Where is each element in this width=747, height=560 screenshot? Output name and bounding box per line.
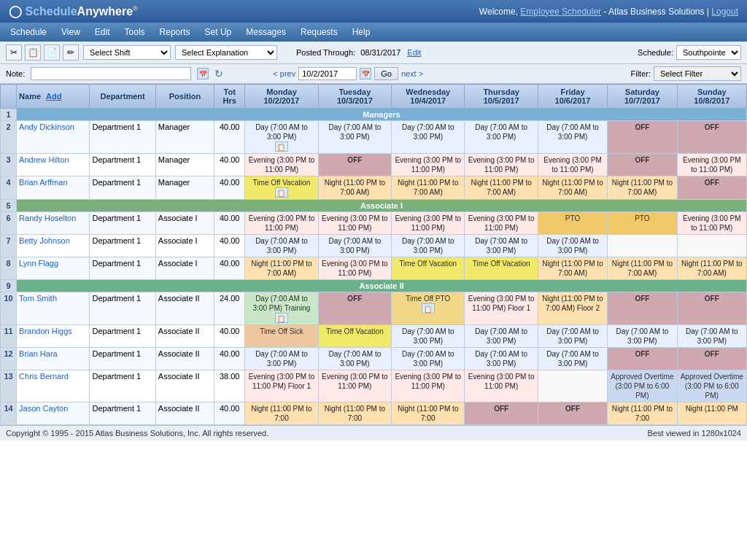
filter-select[interactable]: Select Filter bbox=[654, 66, 741, 81]
sunday-cell[interactable]: OFF bbox=[677, 121, 746, 154]
saturday-cell[interactable]: PTO bbox=[608, 212, 677, 235]
note-input[interactable] bbox=[31, 67, 191, 80]
tuesday-cell[interactable]: OFF bbox=[318, 292, 391, 325]
monday-cell[interactable]: Evening (3:00 PM to 11:00 PM) Floor 1 bbox=[245, 370, 318, 402]
sunday-cell[interactable]: Evening (3:00 PM to 11:00 PM) bbox=[677, 154, 746, 176]
schedule-select[interactable]: Southpointe bbox=[676, 45, 741, 60]
saturday-cell[interactable]: Night (11:00 PM to 7:00 AM) bbox=[608, 176, 677, 200]
thursday-cell[interactable]: Day (7:00 AM to 3:00 PM) bbox=[465, 325, 538, 348]
tuesday-cell[interactable]: Night (11:00 PM to 7:00 AM) bbox=[318, 176, 391, 200]
thursday-cell[interactable]: Day (7:00 AM to 3:00 PM) bbox=[465, 235, 538, 257]
prev-link[interactable]: < prev bbox=[273, 69, 295, 78]
employee-name[interactable]: Jason Cayton bbox=[17, 402, 90, 425]
date-input[interactable] bbox=[298, 67, 357, 80]
saturday-cell[interactable]: Night (11:00 PM to 7:00 bbox=[608, 402, 677, 425]
employee-name[interactable]: Randy Hoselton bbox=[17, 212, 90, 235]
monday-cell[interactable]: Night (11:00 PM to 7:00 bbox=[245, 402, 318, 425]
explanation-select[interactable]: Select Explanation bbox=[175, 45, 277, 60]
add-name-link[interactable]: Add bbox=[46, 92, 61, 101]
employee-name[interactable]: Brandon Higgs bbox=[17, 325, 90, 348]
paste-icon[interactable]: 📄 bbox=[44, 44, 60, 61]
cell-icon[interactable]: 📋 bbox=[247, 141, 315, 152]
wednesday-cell[interactable]: Night (11:00 PM to 7:00 AM) bbox=[392, 176, 465, 200]
wednesday-cell[interactable]: Evening (3:00 PM to 11:00 PM) bbox=[392, 154, 465, 176]
employee-name[interactable]: Betty Johnson bbox=[17, 235, 90, 257]
thursday-cell[interactable]: Night (11:00 PM to 7:00 AM) bbox=[465, 176, 538, 200]
sunday-cell[interactable]: Night (11:00 PM bbox=[677, 402, 746, 425]
logout-link[interactable]: Logout bbox=[711, 7, 738, 17]
tuesday-cell[interactable]: Day (7:00 AM to 3:00 PM) bbox=[318, 235, 391, 257]
tuesday-cell[interactable]: Evening (3:00 PM to 11:00 PM) bbox=[318, 212, 391, 235]
scroll-container[interactable]: Name Add Department Position Tot Hrs Mon… bbox=[0, 84, 747, 425]
nav-edit[interactable]: Edit bbox=[88, 23, 117, 42]
friday-cell[interactable]: Day (7:00 AM to 3:00 PM) bbox=[538, 348, 607, 370]
copy-icon[interactable]: 📋 bbox=[25, 44, 41, 61]
thursday-cell[interactable]: Evening (3:00 PM to 11:00 PM) bbox=[465, 154, 538, 176]
scissors-icon[interactable]: ✂ bbox=[6, 44, 22, 61]
monday-cell[interactable]: Evening (3:00 PM to 11:00 PM) bbox=[245, 154, 318, 176]
wednesday-cell[interactable]: Evening (3:00 PM to 11:00 PM) bbox=[392, 212, 465, 235]
saturday-cell[interactable]: Night (11:00 PM to 7:00 AM) bbox=[608, 257, 677, 280]
cell-icon[interactable]: 📋 bbox=[394, 303, 462, 314]
employee-name[interactable]: Tom Smith bbox=[17, 292, 90, 325]
thursday-cell[interactable]: Day (7:00 AM to 3:00 PM) bbox=[465, 121, 538, 154]
monday-cell[interactable]: Day (7:00 AM to 3:00 PM) bbox=[245, 348, 318, 370]
saturday-cell[interactable]: OFF bbox=[608, 292, 677, 325]
sunday-cell[interactable]: OFF bbox=[677, 176, 746, 200]
nav-view[interactable]: View bbox=[54, 23, 88, 42]
wednesday-cell[interactable]: Day (7:00 AM to 3:00 PM) bbox=[392, 121, 465, 154]
date-calendar-icon[interactable]: 📅 bbox=[360, 68, 371, 79]
nav-reports[interactable]: Reports bbox=[152, 23, 198, 42]
friday-cell[interactable] bbox=[538, 370, 607, 402]
monday-cell[interactable]: Day (7:00 AM to 3:00 PM)📋 bbox=[245, 121, 318, 154]
wednesday-cell[interactable]: Day (7:00 AM to 3:00 PM) bbox=[392, 235, 465, 257]
friday-cell[interactable]: Day (7:00 AM to 3:00 PM) bbox=[538, 121, 607, 154]
calendar-icon[interactable]: 📅 bbox=[197, 68, 209, 79]
wednesday-cell[interactable]: Night (11:00 PM to 7:00 bbox=[392, 402, 465, 425]
friday-cell[interactable]: PTO bbox=[538, 212, 607, 235]
nav-requests[interactable]: Requests bbox=[293, 23, 345, 42]
thursday-cell[interactable]: Evening (3:00 PM to 11:00 PM) bbox=[465, 212, 538, 235]
saturday-cell[interactable]: OFF bbox=[608, 121, 677, 154]
nav-setup[interactable]: Set Up bbox=[198, 23, 239, 42]
tuesday-cell[interactable]: Evening (3:00 PM to 11:00 PM) bbox=[318, 257, 391, 280]
friday-cell[interactable]: Evening (3:00 PM to 11:00 PM) bbox=[538, 154, 607, 176]
sunday-cell[interactable]: Night (11:00 PM to 7:00 AM) bbox=[677, 257, 746, 280]
go-button[interactable]: Go bbox=[374, 67, 398, 80]
next-link[interactable]: next > bbox=[401, 69, 423, 78]
friday-cell[interactable]: Night (11:00 PM to 7:00 AM) bbox=[538, 257, 607, 280]
friday-cell[interactable]: Night (11:00 PM to 7:00 AM) bbox=[538, 176, 607, 200]
monday-cell[interactable]: Day (7:00 AM to 3:00 PM) bbox=[245, 235, 318, 257]
employee-name[interactable]: Brian Hara bbox=[17, 348, 90, 370]
tuesday-cell[interactable]: Time Off Vacation bbox=[318, 325, 391, 348]
sunday-cell[interactable]: Approved Overtime (3:00 PM to 6:00 PM) bbox=[677, 370, 746, 402]
cell-icon[interactable]: 📋 bbox=[247, 313, 315, 323]
thursday-cell[interactable]: Time Off Vacation bbox=[465, 257, 538, 280]
wednesday-cell[interactable]: Day (7:00 AM to 3:00 PM) bbox=[392, 325, 465, 348]
employee-name[interactable]: Andy Dickinson bbox=[17, 121, 90, 154]
thursday-cell[interactable]: Evening (3:00 PM to 11:00 PM) Floor 1 bbox=[465, 292, 538, 325]
sunday-cell[interactable]: Day (7:00 AM to 3:00 PM) bbox=[677, 325, 746, 348]
wednesday-cell[interactable]: Day (7:00 AM to 3:00 PM) bbox=[392, 348, 465, 370]
tuesday-cell[interactable]: Night (11:00 PM to 7:00 bbox=[318, 402, 391, 425]
saturday-cell[interactable] bbox=[608, 235, 677, 257]
monday-cell[interactable]: Time Off Vacation📋 bbox=[245, 176, 318, 200]
thursday-cell[interactable]: Evening (3:00 PM to 11:00 PM) bbox=[465, 370, 538, 402]
monday-cell[interactable]: Evening (3:00 PM to 11:00 PM) bbox=[245, 212, 318, 235]
monday-cell[interactable]: Time Off Sick bbox=[245, 325, 318, 348]
edit-icon[interactable]: ✏ bbox=[63, 44, 79, 61]
cell-icon[interactable]: 📋 bbox=[247, 187, 315, 198]
friday-cell[interactable]: Night (11:00 PM to 7:00 AM) Floor 2 bbox=[538, 292, 607, 325]
shift-select[interactable]: Select Shift bbox=[83, 45, 171, 60]
sunday-cell[interactable]: OFF bbox=[677, 292, 746, 325]
employee-name[interactable]: Chris Bernard bbox=[17, 370, 90, 402]
friday-cell[interactable]: OFF bbox=[538, 402, 607, 425]
tuesday-cell[interactable]: Evening (3:00 PM to 11:00 PM) bbox=[318, 370, 391, 402]
refresh-icon[interactable]: ↻ bbox=[214, 68, 223, 79]
thursday-cell[interactable]: OFF bbox=[465, 402, 538, 425]
nav-help[interactable]: Help bbox=[345, 23, 378, 42]
wednesday-cell[interactable]: Evening (3:00 PM to 11:00 PM) bbox=[392, 370, 465, 402]
friday-cell[interactable]: Day (7:00 AM to 3:00 PM) bbox=[538, 235, 607, 257]
wednesday-cell[interactable]: Time Off Vacation bbox=[392, 257, 465, 280]
monday-cell[interactable]: Night (11:00 PM to 7:00 AM) bbox=[245, 257, 318, 280]
